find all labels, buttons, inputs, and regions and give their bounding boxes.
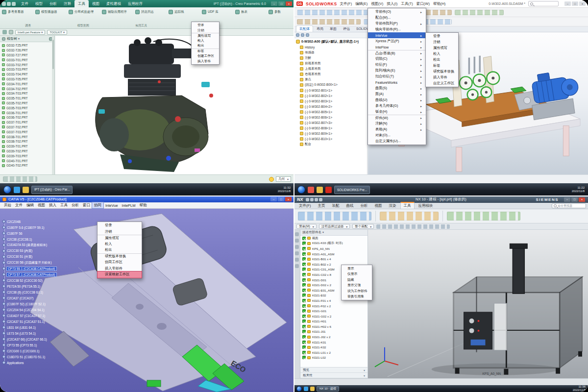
menu-item[interactable]: 镜向零部件(R)... [368, 26, 426, 32]
ribbon-button[interactable]: 参考查看器 [2, 8, 34, 16]
maximize-button[interactable]: □ [278, 1, 285, 6]
menu-item[interactable]: 登录 [98, 222, 142, 229]
toolbar-row-2[interactable] [294, 17, 588, 26]
tree-item[interactable]: GD35-T01.PRT [2, 96, 54, 101]
menu-item[interactable]: 检入 [98, 241, 142, 247]
visibility-checkbox[interactable] [302, 263, 306, 266]
menu-item[interactable]: 插入零件 [426, 74, 458, 80]
menu-item[interactable]: InteVue [368, 32, 426, 38]
maximize-button[interactable]: □ [278, 197, 284, 201]
tree-item[interactable]: (C1807F 52) (C1807F 52.1) [1, 301, 66, 307]
command-manager-tab[interactable]: 草图 [327, 26, 340, 32]
search-box[interactable] [528, 1, 559, 6]
ribbon-tab[interactable]: 渲染 [386, 203, 399, 209]
tree-item[interactable]: 截面 [300, 236, 368, 241]
visibility-checkbox[interactable] [302, 299, 306, 302]
menu-bar-item[interactable]: 视图 [36, 202, 47, 208]
menu-item[interactable]: 注销 [98, 229, 142, 235]
feature-manager-tab-icons[interactable] [294, 32, 367, 38]
menu-item[interactable]: 插入零部件 [98, 266, 142, 272]
menu-item[interactable]: 隐藏 [342, 277, 372, 283]
maximize-button[interactable]: □ [572, 1, 578, 6]
creo-ribbon-tab[interactable]: 文件 [18, 0, 32, 7]
menu-item[interactable]: 检出 [192, 43, 219, 49]
quick-access-toolbar[interactable] [306, 198, 322, 201]
tree-item[interactable]: GD39-T03.PRT [2, 153, 54, 158]
menu-item[interactable]: FeatureWorks [368, 79, 426, 85]
tree-item[interactable]: GD40-T01.PRT [2, 158, 54, 163]
menu-bar-item[interactable]: 插入 [47, 202, 58, 208]
tree-item[interactable]: KD21-J02 x 2 [300, 334, 368, 340]
visibility-checkbox[interactable] [302, 242, 306, 245]
ribbon-button[interactable]: 参数 [269, 8, 294, 16]
reuse-library-icon[interactable] [295, 251, 299, 255]
menu-item[interactable]: 研究版本替换 [426, 69, 458, 74]
creo-ribbon-tab[interactable]: 分析 [46, 0, 60, 7]
close-button[interactable]: × [285, 197, 292, 201]
menu-item[interactable]: 标签 [426, 63, 458, 69]
menu-bar-item[interactable]: 协同 [92, 202, 103, 208]
visibility-checkbox[interactable] [302, 257, 306, 261]
tree-item[interactable]: 上视基准面 [294, 66, 367, 72]
tree-item[interactable]: GD34-T01.PRT [2, 81, 54, 86]
minimize-button[interactable]: – [564, 1, 571, 6]
ribbon-tab[interactable]: 曲线 [343, 203, 357, 209]
visibility-checkbox[interactable] [302, 335, 306, 339]
tree-item[interactable]: GD32-T27.PRT [2, 53, 54, 58]
menu-button[interactable]: 菜单(M) [296, 224, 317, 229]
tree-item[interactable]: GD36-T01.PRT [2, 110, 54, 115]
menu-bar-item[interactable]: 开始 [2, 202, 13, 208]
tree-item[interactable]: C2CA37 (C2CA37) [1, 295, 66, 301]
visibility-checkbox[interactable] [302, 325, 306, 328]
tree-item[interactable]: C1EAD7 57 (C1CA37 57.1) [1, 313, 66, 318]
tree-item[interactable]: GD33-T02.PRT [2, 62, 54, 67]
selection-scope-dropdown[interactable]: 整个装配 [352, 224, 374, 229]
menu-item[interactable]: 设为工作部件 [342, 288, 372, 294]
visibility-checkbox[interactable] [302, 319, 306, 323]
undo-icon[interactable] [310, 198, 314, 201]
creo-ribbon-tab[interactable]: 柔性建模 [103, 0, 124, 7]
visibility-checkbox[interactable] [302, 294, 306, 297]
visibility-checkbox[interactable] [302, 309, 306, 313]
menu-item[interactable]: 凸台/基体(B) [368, 50, 426, 56]
window-switch-icon[interactable] [319, 198, 322, 201]
tree-item[interactable]: 配合 [294, 142, 367, 147]
menu-bar-item[interactable]: 文件 [13, 202, 24, 208]
folder-icon[interactable] [310, 387, 315, 391]
start-button[interactable] [297, 186, 305, 194]
tree-item[interactable]: LE73 54 (LE73 54.1) [1, 330, 66, 336]
visibility-checkbox[interactable] [302, 345, 306, 349]
ribbon-tab[interactable]: 工具 [400, 202, 415, 209]
tree-item[interactable]: KD21-K02 [300, 344, 368, 350]
tree-item[interactable]: GD35-T03.PRT [2, 105, 54, 110]
tree-item[interactable]: (-) 0-W302-B04<2> [294, 104, 367, 109]
tree-item[interactable]: C2CZ04 54 (C2CZ04 54.1) [1, 307, 66, 313]
tree-item[interactable]: C2C38 (C2C38.1) [1, 236, 66, 242]
tree-item[interactable]: KD21-L01 x 2 [300, 350, 368, 355]
tree-item[interactable]: KD21-K01 [300, 340, 368, 345]
menu-item[interactable]: 显示父项 [342, 283, 372, 289]
browser-icon[interactable] [304, 387, 308, 391]
folder-icon[interactable] [23, 187, 29, 193]
tree-item[interactable]: KD21-L02 [300, 355, 368, 361]
tree-item[interactable]: KD21-H01 [300, 319, 368, 324]
menu-item[interactable]: 显示 [342, 266, 372, 271]
tree-item[interactable]: C2CZ04B [1, 219, 66, 224]
menu-item[interactable]: 配合(M)... [368, 15, 426, 21]
menu-bar-item[interactable]: 帮助 [138, 202, 149, 208]
start-button[interactable] [3, 186, 11, 194]
ribbon-button[interactable]: 分布式批处理 [69, 8, 101, 16]
tree-item[interactable]: C2C38 (6) (C2CC38 6J.1) [1, 289, 66, 295]
command-manager-tab[interactable]: 装配体 [296, 25, 313, 32]
tree-item[interactable]: GD33-T01.PRT [2, 57, 54, 62]
toolbar-icon[interactable] [2, 30, 7, 34]
menu-item[interactable]: 属性填写 [192, 33, 219, 38]
tree-item[interactable]: 传感器 [294, 50, 367, 55]
menu-item[interactable]: 检出 [426, 57, 458, 63]
visibility-checkbox[interactable] [302, 330, 306, 333]
tree-item[interactable]: GD38-T01.PRT [2, 134, 54, 139]
browser-icon[interactable] [14, 187, 20, 193]
save-icon[interactable] [2, 2, 6, 6]
menu-item[interactable]: 创建工作区 [192, 53, 219, 59]
selection-filter-dropdown[interactable]: 没有选择过滤器 [319, 224, 350, 229]
